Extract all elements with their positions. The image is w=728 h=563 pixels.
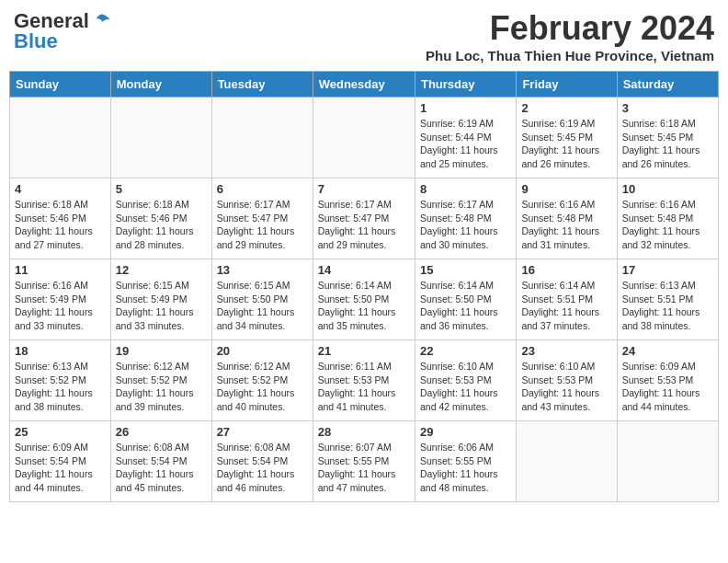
- calendar-day-cell: 8Sunrise: 6:17 AM Sunset: 5:48 PM Daylig…: [415, 178, 516, 259]
- day-info: Sunrise: 6:13 AM Sunset: 5:51 PM Dayligh…: [622, 279, 713, 333]
- day-number: 10: [622, 182, 713, 196]
- day-info: Sunrise: 6:18 AM Sunset: 5:45 PM Dayligh…: [622, 117, 713, 171]
- calendar-day-header: Tuesday: [211, 72, 313, 98]
- day-number: 26: [116, 425, 207, 439]
- calendar-header-row: SundayMondayTuesdayWednesdayThursdayFrid…: [10, 72, 719, 98]
- calendar-day-cell: 5Sunrise: 6:18 AM Sunset: 5:46 PM Daylig…: [110, 178, 211, 259]
- logo: General Blue: [14, 9, 111, 53]
- calendar-day-cell: 2Sunrise: 6:19 AM Sunset: 5:45 PM Daylig…: [517, 98, 617, 178]
- calendar-day-cell: 19Sunrise: 6:12 AM Sunset: 5:52 PM Dayli…: [110, 340, 211, 421]
- day-number: 14: [318, 263, 410, 277]
- day-info: Sunrise: 6:14 AM Sunset: 5:50 PM Dayligh…: [318, 279, 410, 333]
- day-number: 13: [217, 263, 308, 277]
- day-info: Sunrise: 6:19 AM Sunset: 5:45 PM Dayligh…: [521, 117, 611, 171]
- calendar-day-cell: 11Sunrise: 6:16 AM Sunset: 5:49 PM Dayli…: [10, 259, 111, 340]
- title-section: February 2024 Phu Loc, Thua Thien Hue Pr…: [426, 9, 714, 63]
- day-number: 4: [15, 182, 106, 196]
- day-number: 19: [116, 344, 207, 358]
- calendar-week-row: 11Sunrise: 6:16 AM Sunset: 5:49 PM Dayli…: [10, 259, 719, 340]
- day-info: Sunrise: 6:10 AM Sunset: 5:53 PM Dayligh…: [420, 360, 511, 414]
- calendar-day-cell: 22Sunrise: 6:10 AM Sunset: 5:53 PM Dayli…: [415, 340, 516, 421]
- calendar-day-header: Sunday: [10, 72, 111, 98]
- day-info: Sunrise: 6:14 AM Sunset: 5:50 PM Dayligh…: [420, 279, 511, 333]
- day-info: Sunrise: 6:16 AM Sunset: 5:48 PM Dayligh…: [521, 198, 611, 252]
- day-number: 24: [622, 344, 713, 358]
- calendar-day-cell: 3Sunrise: 6:18 AM Sunset: 5:45 PM Daylig…: [617, 98, 718, 178]
- calendar-day-cell: [211, 98, 313, 178]
- day-info: Sunrise: 6:14 AM Sunset: 5:51 PM Dayligh…: [521, 279, 611, 333]
- day-info: Sunrise: 6:08 AM Sunset: 5:54 PM Dayligh…: [116, 441, 207, 495]
- calendar-day-cell: 21Sunrise: 6:11 AM Sunset: 5:53 PM Dayli…: [313, 340, 415, 421]
- day-number: 7: [318, 182, 410, 196]
- day-info: Sunrise: 6:17 AM Sunset: 5:48 PM Dayligh…: [420, 198, 511, 252]
- day-number: 8: [420, 182, 511, 196]
- day-number: 12: [116, 263, 207, 277]
- day-info: Sunrise: 6:17 AM Sunset: 5:47 PM Dayligh…: [217, 198, 308, 252]
- month-title: February 2024: [426, 9, 714, 48]
- calendar-day-header: Thursday: [415, 72, 516, 98]
- day-number: 23: [521, 344, 611, 358]
- day-info: Sunrise: 6:16 AM Sunset: 5:48 PM Dayligh…: [622, 198, 713, 252]
- calendar-day-cell: 14Sunrise: 6:14 AM Sunset: 5:50 PM Dayli…: [313, 259, 415, 340]
- day-number: 29: [420, 425, 511, 439]
- day-info: Sunrise: 6:18 AM Sunset: 5:46 PM Dayligh…: [116, 198, 207, 252]
- day-number: 25: [15, 425, 106, 439]
- calendar-day-cell: 17Sunrise: 6:13 AM Sunset: 5:51 PM Dayli…: [617, 259, 718, 340]
- calendar-day-cell: 13Sunrise: 6:15 AM Sunset: 5:50 PM Dayli…: [211, 259, 313, 340]
- logo-bird-icon: [93, 12, 111, 30]
- day-number: 28: [318, 425, 410, 439]
- calendar-day-cell: 9Sunrise: 6:16 AM Sunset: 5:48 PM Daylig…: [517, 178, 617, 259]
- day-number: 6: [217, 182, 308, 196]
- calendar-day-header: Friday: [517, 72, 617, 98]
- day-info: Sunrise: 6:08 AM Sunset: 5:54 PM Dayligh…: [217, 441, 308, 495]
- day-number: 3: [622, 101, 713, 115]
- day-number: 2: [521, 101, 611, 115]
- page-header: General Blue February 2024 Phu Loc, Thua…: [9, 9, 719, 63]
- day-info: Sunrise: 6:12 AM Sunset: 5:52 PM Dayligh…: [217, 360, 308, 414]
- calendar-day-header: Saturday: [617, 72, 718, 98]
- calendar-day-cell: [10, 98, 111, 178]
- day-info: Sunrise: 6:17 AM Sunset: 5:47 PM Dayligh…: [318, 198, 410, 252]
- day-number: 22: [420, 344, 511, 358]
- calendar-day-cell: 1Sunrise: 6:19 AM Sunset: 5:44 PM Daylig…: [415, 98, 516, 178]
- day-number: 5: [116, 182, 207, 196]
- day-number: 15: [420, 263, 511, 277]
- day-info: Sunrise: 6:07 AM Sunset: 5:55 PM Dayligh…: [318, 441, 410, 495]
- calendar-day-cell: 23Sunrise: 6:10 AM Sunset: 5:53 PM Dayli…: [517, 340, 617, 421]
- day-number: 11: [15, 263, 106, 277]
- calendar-day-cell: 28Sunrise: 6:07 AM Sunset: 5:55 PM Dayli…: [313, 421, 415, 502]
- calendar-table: SundayMondayTuesdayWednesdayThursdayFrid…: [9, 71, 719, 502]
- day-number: 1: [420, 101, 511, 115]
- calendar-day-cell: 24Sunrise: 6:09 AM Sunset: 5:53 PM Dayli…: [617, 340, 718, 421]
- calendar-day-cell: 4Sunrise: 6:18 AM Sunset: 5:46 PM Daylig…: [10, 178, 111, 259]
- day-info: Sunrise: 6:10 AM Sunset: 5:53 PM Dayligh…: [521, 360, 611, 414]
- calendar-day-cell: 26Sunrise: 6:08 AM Sunset: 5:54 PM Dayli…: [110, 421, 211, 502]
- calendar-day-cell: 6Sunrise: 6:17 AM Sunset: 5:47 PM Daylig…: [211, 178, 313, 259]
- calendar-day-cell: 29Sunrise: 6:06 AM Sunset: 5:55 PM Dayli…: [415, 421, 516, 502]
- day-number: 9: [521, 182, 611, 196]
- calendar-day-cell: 7Sunrise: 6:17 AM Sunset: 5:47 PM Daylig…: [313, 178, 415, 259]
- calendar-day-cell: 12Sunrise: 6:15 AM Sunset: 5:49 PM Dayli…: [110, 259, 211, 340]
- day-info: Sunrise: 6:09 AM Sunset: 5:54 PM Dayligh…: [15, 441, 106, 495]
- day-info: Sunrise: 6:15 AM Sunset: 5:50 PM Dayligh…: [217, 279, 308, 333]
- calendar-week-row: 4Sunrise: 6:18 AM Sunset: 5:46 PM Daylig…: [10, 178, 719, 259]
- calendar-day-cell: 16Sunrise: 6:14 AM Sunset: 5:51 PM Dayli…: [517, 259, 617, 340]
- calendar-day-cell: 10Sunrise: 6:16 AM Sunset: 5:48 PM Dayli…: [617, 178, 718, 259]
- calendar-day-cell: 15Sunrise: 6:14 AM Sunset: 5:50 PM Dayli…: [415, 259, 516, 340]
- calendar-week-row: 1Sunrise: 6:19 AM Sunset: 5:44 PM Daylig…: [10, 98, 719, 178]
- day-number: 27: [217, 425, 308, 439]
- location-title: Phu Loc, Thua Thien Hue Province, Vietna…: [426, 48, 714, 63]
- day-info: Sunrise: 6:19 AM Sunset: 5:44 PM Dayligh…: [420, 117, 511, 171]
- calendar-day-cell: [313, 98, 415, 178]
- calendar-day-cell: [517, 421, 617, 502]
- day-number: 17: [622, 263, 713, 277]
- day-info: Sunrise: 6:11 AM Sunset: 5:53 PM Dayligh…: [318, 360, 410, 414]
- day-info: Sunrise: 6:16 AM Sunset: 5:49 PM Dayligh…: [15, 279, 106, 333]
- calendar-day-cell: 25Sunrise: 6:09 AM Sunset: 5:54 PM Dayli…: [10, 421, 111, 502]
- day-info: Sunrise: 6:15 AM Sunset: 5:49 PM Dayligh…: [116, 279, 207, 333]
- day-info: Sunrise: 6:06 AM Sunset: 5:55 PM Dayligh…: [420, 441, 511, 495]
- day-info: Sunrise: 6:09 AM Sunset: 5:53 PM Dayligh…: [622, 360, 713, 414]
- day-number: 16: [521, 263, 611, 277]
- calendar-week-row: 25Sunrise: 6:09 AM Sunset: 5:54 PM Dayli…: [10, 421, 719, 502]
- calendar-day-cell: 18Sunrise: 6:13 AM Sunset: 5:52 PM Dayli…: [10, 340, 111, 421]
